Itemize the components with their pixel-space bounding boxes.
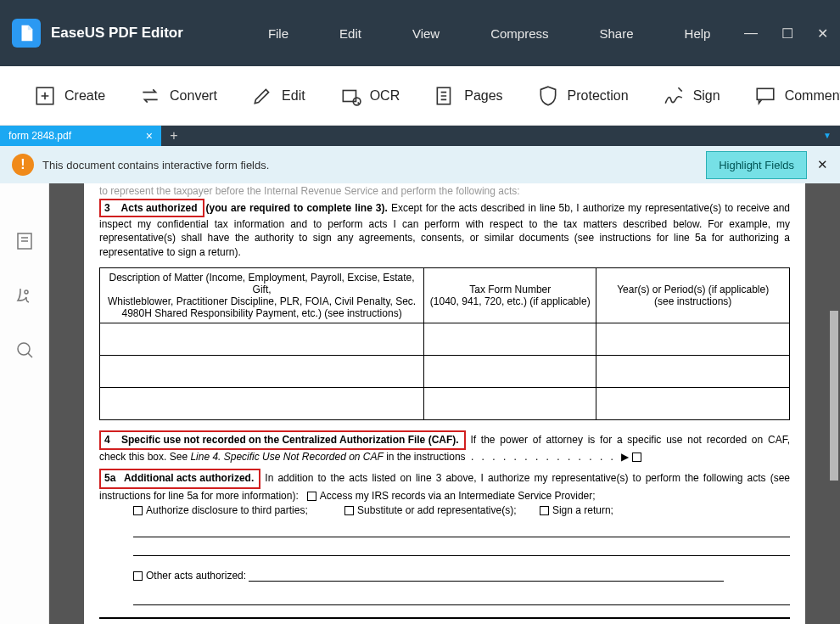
thumbnails-icon[interactable]: [14, 231, 35, 251]
tool-convert[interactable]: Convert: [139, 85, 217, 107]
info-banner: ! This document contains interactive for…: [0, 146, 840, 183]
tool-ocr[interactable]: OCR: [339, 85, 400, 107]
tool-sign[interactable]: Sign: [663, 85, 720, 107]
banner-message: This document contains interactive form …: [42, 159, 269, 171]
app-logo: [12, 19, 41, 48]
tool-create[interactable]: Create: [34, 85, 105, 107]
th-description: Description of Matter (Income, Employmen…: [100, 267, 424, 323]
banner-close-icon[interactable]: ✕: [817, 157, 828, 172]
cell-r1c2[interactable]: [424, 323, 596, 355]
document-tab[interactable]: form 2848.pdf ×: [0, 126, 161, 146]
th-form: Tax Form Number(1040, 941, 720, etc.) (i…: [424, 267, 596, 323]
section-4: 4 Specific use not recorded on the Centr…: [99, 430, 790, 464]
bookmarks-icon[interactable]: [14, 285, 35, 306]
titlebar: EaseUS PDF Editor File Edit View Compres…: [0, 0, 840, 66]
tab-close-icon[interactable]: ×: [146, 129, 153, 143]
faded-line: to represent the taxpayer before the Int…: [99, 185, 790, 197]
matter-table: Description of Matter (Income, Employmen…: [99, 267, 790, 420]
cell-r3c1[interactable]: [100, 387, 424, 419]
main-area: to represent the taxpayer before the Int…: [0, 183, 840, 624]
checkbox-other[interactable]: [133, 571, 143, 581]
cell-r3c3[interactable]: [596, 387, 790, 419]
pdf-page: to represent the taxpayer before the Int…: [84, 183, 805, 624]
menu-help[interactable]: Help: [685, 26, 711, 41]
page-footer: For Privacy Act and Paperwork Reduction …: [99, 617, 790, 624]
tabbar: form 2848.pdf × + ▼: [0, 126, 840, 146]
checkbox-disclose[interactable]: [133, 506, 143, 515]
toolbar: Create Convert Edit OCR Pages Protection…: [0, 66, 840, 126]
th-year: Year(s) or Period(s) (if applicable)(see…: [596, 267, 790, 323]
cell-r2c2[interactable]: [424, 355, 596, 387]
section-5a: 5a Additional acts authorized. In additi…: [99, 469, 790, 518]
cell-r1c1[interactable]: [100, 323, 424, 355]
menu-file[interactable]: File: [268, 26, 288, 41]
document-viewport[interactable]: to represent the taxpayer before the Int…: [49, 183, 840, 624]
section-3: 3 Acts authorized(you are required to co…: [99, 199, 790, 259]
other-acts-row: Other acts authorized:: [133, 570, 790, 582]
cell-r1c3[interactable]: [596, 323, 790, 355]
menu-bar: File Edit View Compress Share Help: [268, 26, 711, 41]
blank-line-2[interactable]: [133, 537, 790, 556]
checkbox-sign[interactable]: [540, 506, 549, 515]
minimize-button[interactable]: —: [744, 25, 758, 41]
svg-point-6: [25, 290, 28, 294]
svg-rect-4: [757, 88, 774, 99]
tool-pages[interactable]: Pages: [434, 85, 502, 107]
alert-icon: !: [12, 154, 34, 176]
close-window-button[interactable]: ✕: [817, 25, 828, 42]
checkbox-irs[interactable]: [307, 492, 316, 501]
tool-protection[interactable]: Protection: [537, 85, 629, 107]
maximize-button[interactable]: ☐: [781, 25, 793, 42]
menu-compress[interactable]: Compress: [490, 26, 548, 41]
highlight-fields-button[interactable]: Highlight Fields: [706, 151, 807, 179]
checkbox-caf[interactable]: [632, 453, 641, 462]
search-icon[interactable]: [14, 340, 35, 360]
menu-share[interactable]: Share: [600, 26, 634, 41]
menu-edit[interactable]: Edit: [339, 26, 361, 41]
cell-r2c1[interactable]: [100, 355, 424, 387]
tab-add-button[interactable]: +: [161, 126, 187, 146]
window-controls: — ☐ ✕: [744, 25, 828, 42]
tab-dropdown-icon[interactable]: ▼: [823, 131, 832, 140]
menu-view[interactable]: View: [412, 26, 440, 41]
cell-r2c3[interactable]: [596, 355, 790, 387]
other-acts-line[interactable]: [249, 581, 724, 582]
scrollbar-thumb[interactable]: [830, 311, 838, 481]
tool-edit[interactable]: Edit: [251, 85, 305, 107]
svg-point-7: [18, 343, 30, 355]
sidepanel: [0, 183, 49, 624]
blank-line-3[interactable]: [133, 587, 790, 605]
blank-line-1[interactable]: [133, 519, 790, 537]
tool-comment[interactable]: Comment: [754, 85, 840, 107]
app-title: EaseUS PDF Editor: [51, 25, 183, 42]
tab-filename: form 2848.pdf: [8, 130, 71, 142]
checkbox-substitute[interactable]: [344, 506, 354, 515]
cell-r3c2[interactable]: [424, 387, 596, 419]
